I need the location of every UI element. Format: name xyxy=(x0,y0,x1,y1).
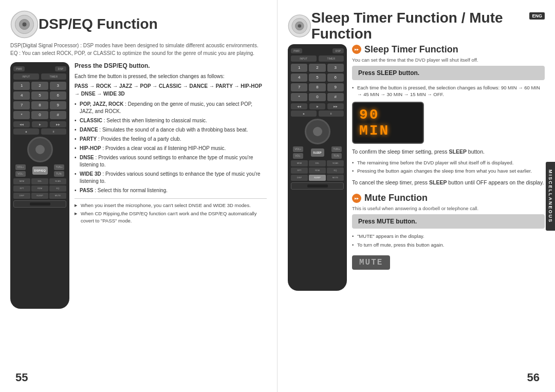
remote-control-left: PWR DSP INPUT TIMER 1 2 3 4 5 6 7 8 9 * … xyxy=(10,62,69,309)
remote-pause-r: ⏸ xyxy=(319,110,344,117)
bot-6-r: EQ xyxy=(327,167,344,174)
num-6: 6 xyxy=(50,91,66,100)
sleep-note-list: The remaining time before the DVD player… xyxy=(352,159,545,175)
num-7: 7 xyxy=(13,101,30,109)
mode-chain: PASS → ROCK → JAZZ → POP → CLASSIC → DAN… xyxy=(75,82,267,98)
remote-top-buttons: PWR DSP xyxy=(13,66,66,71)
right-section-header: Sleep Timer Function / Mute Function ENG xyxy=(288,10,545,42)
num-8: 8 xyxy=(31,101,48,109)
num-0: 0 xyxy=(31,111,48,119)
bot-3-r: SCAN xyxy=(327,160,344,166)
tune-up: TUN+ xyxy=(54,164,64,170)
mute-bullet-1: "MUTE" appears in the display. xyxy=(352,233,545,239)
svg-point-7 xyxy=(298,24,302,28)
remote-mic-slot-r xyxy=(291,182,344,190)
sleep-note-1: The remaining time before the DVD player… xyxy=(352,159,545,166)
bot-4: RPT xyxy=(13,185,30,192)
power-btn-r: PWR xyxy=(291,48,302,53)
sleep-timer-desc: You can set the time that the DVD player… xyxy=(352,57,545,63)
remote-fwd-r: ▶▶ xyxy=(327,103,344,109)
bullet-hiphop: HIP-HOP : Provides a clear vocal as if l… xyxy=(75,145,267,152)
remote-wide2-r: TIMER xyxy=(319,55,344,62)
remote-wide2: TIMER xyxy=(41,73,67,80)
num-star-r: * xyxy=(291,93,307,101)
remote-nav-circle-r xyxy=(291,119,344,144)
remote-vol-col-left: VOL+ VOL- xyxy=(15,164,26,177)
right-page-title: Sleep Timer Function / Mute Function xyxy=(311,10,525,42)
left-page-title: DSP/EQ Function xyxy=(39,16,158,32)
num-5: 5 xyxy=(31,91,48,100)
bot-5: RDM xyxy=(31,185,48,192)
remote-wide1: INPUT xyxy=(13,73,39,80)
sleep-highlight-btn: SLEEP xyxy=(311,148,324,157)
remote-media-row1-r: ◀◀ ▶ ▶▶ xyxy=(291,103,344,109)
mute-display-value: MUTE xyxy=(359,258,383,267)
num-3: 3 xyxy=(50,82,66,90)
bot-6: EQ xyxy=(49,185,66,192)
remote-dpad-r xyxy=(305,119,330,144)
num-hash-r: # xyxy=(327,93,344,101)
sleep-timer-title: Sleep Timer Function xyxy=(352,44,545,55)
sleep-bullet-list: Each time the button is pressed, the sel… xyxy=(352,84,545,98)
num-9: 9 xyxy=(50,101,66,109)
right-content: PWR DSP INPUT TIMER 1 2 3 4 5 6 7 8 9 * … xyxy=(288,44,545,291)
remote-vol-area: VOL+ VOL- DSP/EQ TUN+ TUN- xyxy=(13,164,66,177)
remote-enter-r xyxy=(313,127,322,136)
sleep-cancel-text: To cancel the sleep timer, press SLEEP b… xyxy=(352,179,545,187)
sleep-display-value: 90 MIN xyxy=(359,107,417,139)
left-page: DSP/EQ Function DSP(Digital Signal Proce… xyxy=(0,0,278,392)
remote-media-row2-r: ■ ⏸ xyxy=(291,110,344,117)
num-9-r: 9 xyxy=(327,83,344,91)
tune-dn-r: TUN- xyxy=(331,153,342,159)
sleep-confirm-text: To confirm the sleep timer setting, pres… xyxy=(352,148,545,156)
remote-dpad xyxy=(27,137,53,162)
dspeq-btn: DSP xyxy=(55,66,66,71)
bullet-classic: CLASSIC : Select this when listening to … xyxy=(75,117,267,124)
bot-2: DEL xyxy=(31,178,48,184)
remote-numpad: 1 2 3 4 5 6 7 8 9 * 0 # xyxy=(13,82,66,119)
remote-tune-col: TUN+ TUN- xyxy=(54,164,64,177)
bot-1-r: MEM xyxy=(291,160,308,166)
instruction-title: Press the DSP/EQ button. xyxy=(75,62,267,69)
bullet-party: PARTY : Provides the feeling of a party … xyxy=(75,136,267,143)
remote-top-buttons-r: PWR DSP xyxy=(291,48,344,53)
mute-desc: This is useful when answering a doorbell… xyxy=(352,206,545,211)
sleep-bullet-1: Each time the button is pressed, the sel… xyxy=(352,84,545,98)
bot-2-r: DEL xyxy=(309,160,326,166)
left-section-header: DSP/EQ Function xyxy=(10,10,267,39)
remote-play: ▶ xyxy=(32,121,48,127)
remote-stop: ■ xyxy=(13,128,39,135)
misc-tab: MISCELLANEOUS xyxy=(546,161,555,230)
remote-stop-r: ■ xyxy=(291,110,317,117)
sleep-func-icon xyxy=(352,45,361,54)
num-4: 4 xyxy=(13,91,30,100)
remote-bottom-grid-r: MEM DEL SCAN RPT RDM EQ DISP SLEEP MUTE xyxy=(291,160,344,181)
num-hash: # xyxy=(50,111,66,119)
mute-title: Mute Function xyxy=(352,193,545,203)
bot-8-r: SLEEP xyxy=(309,175,326,181)
mute-bullet-list: "MUTE" appears in the display. To turn o… xyxy=(352,233,545,248)
tune-up-r: TUN+ xyxy=(331,146,342,152)
bullet-wide3d: WIDE 3D : Provides various sound setting… xyxy=(75,171,267,185)
instruction-desc: Each time the button is pressed, the sel… xyxy=(75,72,267,80)
page-number-left: 55 xyxy=(15,371,28,384)
dspeq-btn-r: DSP xyxy=(332,48,344,53)
bullet-dance: DANCE : Simulates the sound of a dance c… xyxy=(75,126,267,134)
bot-7: DISP xyxy=(13,193,30,199)
left-subtitle: DSP(Digital Signal Processor) : DSP mode… xyxy=(10,42,267,57)
remote-numpad-r: 1 2 3 4 5 6 7 8 9 * 0 # xyxy=(291,64,344,101)
vol-dn: VOL- xyxy=(15,171,26,177)
remote-enter xyxy=(35,145,45,154)
right-instructions: Sleep Timer Function You can set the tim… xyxy=(352,44,545,291)
bot-5-r: RDM xyxy=(309,167,326,174)
num-1-r: 1 xyxy=(291,64,307,72)
vol-up-r: VOL+ xyxy=(293,146,303,152)
num-7-r: 7 xyxy=(291,83,307,91)
sleep-note-2: Pressing the button again changes the sl… xyxy=(352,167,545,174)
mute-bullet-2: To turn off mute, press this button agai… xyxy=(352,241,545,248)
bot-1: MEM xyxy=(13,178,30,184)
power-btn: PWR xyxy=(13,66,25,71)
vol-dn-r: VOL- xyxy=(293,153,303,159)
eng-badge: ENG xyxy=(529,12,545,20)
num-3-r: 3 xyxy=(327,64,344,72)
